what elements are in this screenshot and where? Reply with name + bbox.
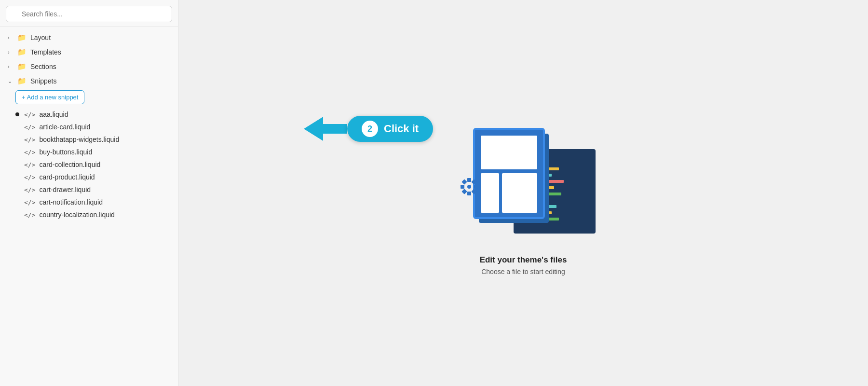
code-tag-icon: </> xyxy=(24,186,35,193)
file-name-label: cart-drawer.liquid xyxy=(39,186,91,193)
main-content: 2 Click it xyxy=(178,0,868,386)
file-name-label: card-product.liquid xyxy=(39,173,95,181)
file-name-label: article-card.liquid xyxy=(39,123,90,131)
chevron-right-icon: › xyxy=(8,64,15,69)
chevron-right-icon: › xyxy=(8,49,15,55)
annotation-overlay: 2 Click it xyxy=(304,116,433,142)
svg-rect-29 xyxy=(461,185,464,189)
sidebar-item-label: Templates xyxy=(30,48,61,56)
file-name-label: bookthatapp-widgets.liquid xyxy=(39,136,119,143)
code-tag-icon: </> xyxy=(24,174,35,181)
svg-rect-33 xyxy=(461,189,467,194)
list-item[interactable]: </> country-localization.liquid xyxy=(0,208,178,221)
svg-rect-25 xyxy=(481,173,499,213)
file-name-label: country-localization.liquid xyxy=(39,211,114,219)
theme-editor-illustration xyxy=(446,110,600,246)
chevron-right-icon: › xyxy=(8,35,15,41)
list-item[interactable]: </> card-collection.liquid xyxy=(0,158,178,171)
search-container: 🔍 xyxy=(0,0,178,27)
svg-marker-0 xyxy=(304,117,347,141)
sidebar-item-templates[interactable]: › 📁 Templates xyxy=(0,45,178,59)
folder-icon: 📁 xyxy=(17,48,27,56)
svg-rect-26 xyxy=(502,173,537,213)
list-item[interactable]: </> card-product.liquid xyxy=(0,171,178,183)
sidebar-item-label: Sections xyxy=(30,63,56,70)
sidebar-item-snippets[interactable]: ⌄ 📁 Snippets xyxy=(0,74,178,88)
code-tag-icon: </> xyxy=(24,211,35,219)
list-item[interactable]: </> aaa.liquid xyxy=(0,108,178,121)
file-tree: › 📁 Layout › 📁 Templates › 📁 Sections ⌄ … xyxy=(0,27,178,386)
svg-rect-27 xyxy=(467,178,471,182)
code-tag-icon: </> xyxy=(24,111,35,118)
list-item[interactable]: </> bookthatapp-widgets.liquid xyxy=(0,133,178,146)
svg-rect-31 xyxy=(461,179,467,184)
snippets-section: ⌄ 📁 Snippets + Add a new snippet </> aaa… xyxy=(0,74,178,223)
active-dot-icon xyxy=(15,112,19,116)
code-tag-icon: </> xyxy=(24,124,35,131)
search-input[interactable] xyxy=(6,6,172,22)
file-name-label: cart-notification.liquid xyxy=(39,198,103,206)
svg-point-36 xyxy=(467,185,471,189)
folder-open-icon: 📁 xyxy=(17,77,27,85)
sidebar-item-sections[interactable]: › 📁 Sections xyxy=(0,59,178,74)
add-snippet-label: + Add a new snippet xyxy=(22,94,78,101)
illustration xyxy=(446,110,600,246)
annotation-badge: 2 Click it xyxy=(347,116,433,142)
file-name-label: card-collection.liquid xyxy=(39,161,100,168)
code-tag-icon: </> xyxy=(24,149,35,156)
file-name-label: aaa.liquid xyxy=(39,110,68,118)
annotation-number: 2 xyxy=(362,121,378,137)
folder-icon: 📁 xyxy=(17,62,27,71)
add-snippet-button[interactable]: + Add a new snippet xyxy=(15,90,84,104)
sidebar: 🔍 › 📁 Layout › 📁 Templates › 📁 Sections … xyxy=(0,0,178,386)
code-tag-icon: </> xyxy=(24,161,35,168)
svg-rect-28 xyxy=(467,192,471,195)
svg-rect-30 xyxy=(474,185,478,189)
code-tag-icon: </> xyxy=(24,136,35,143)
annotation-label: Click it xyxy=(384,123,419,135)
search-wrapper: 🔍 xyxy=(6,6,172,22)
annotation-arrow-icon xyxy=(304,117,347,141)
list-item[interactable]: </> article-card.liquid xyxy=(0,121,178,133)
edit-title: Edit your theme's files xyxy=(480,255,567,265)
sidebar-item-label: Layout xyxy=(30,34,51,41)
svg-rect-24 xyxy=(481,136,537,169)
sidebar-item-layout[interactable]: › 📁 Layout xyxy=(0,30,178,45)
center-content: Edit your theme's files Choose a file to… xyxy=(446,110,600,276)
list-item[interactable]: </> buy-buttons.liquid xyxy=(0,146,178,158)
list-item[interactable]: </> cart-drawer.liquid xyxy=(0,183,178,196)
list-item[interactable]: </> cart-notification.liquid xyxy=(0,196,178,208)
sidebar-item-label: Snippets xyxy=(30,77,56,85)
edit-subtitle: Choose a file to start editing xyxy=(480,268,567,276)
edit-text-block: Edit your theme's files Choose a file to… xyxy=(480,255,567,276)
file-name-label: buy-buttons.liquid xyxy=(39,148,92,156)
folder-icon: 📁 xyxy=(17,33,27,42)
chevron-down-icon: ⌄ xyxy=(8,78,15,84)
code-tag-icon: </> xyxy=(24,199,35,206)
